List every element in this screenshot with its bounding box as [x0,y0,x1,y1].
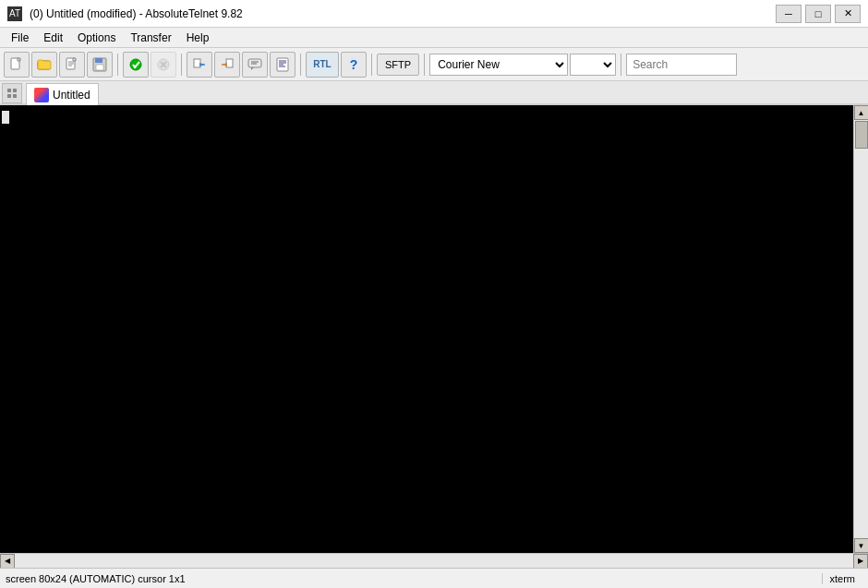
terminal[interactable] [0,105,853,553]
scroll-up-button[interactable]: ▲ [854,105,869,120]
minimize-button[interactable]: ─ [776,5,802,23]
new-button[interactable] [4,52,30,78]
open-folder-button[interactable] [31,52,57,78]
statusbar: screen 80x24 (AUTOMATIC) cursor 1x1 xter… [0,568,868,588]
disconnect-button[interactable] [151,52,176,78]
recv-file-button[interactable] [214,52,240,78]
titlebar: AT (0) Untitled (modified) - AbsoluteTel… [0,0,868,28]
tab-label: Untitled [53,89,90,102]
sep5 [424,54,425,76]
scroll-track-bottom[interactable] [15,554,853,568]
terminal-cursor [2,111,9,124]
size-select[interactable]: 8 10 12 14 [570,54,616,76]
svg-rect-11 [95,58,102,63]
titlebar-title: (0) Untitled (modified) - AbsoluteTelnet… [30,7,243,20]
status-terminal-type: xterm [822,573,863,584]
menubar: File Edit Options Transfer Help [0,28,868,48]
scroll-left-button[interactable]: ◀ [0,554,15,569]
tab-untitled[interactable]: Untitled [26,83,99,105]
svg-rect-12 [96,65,103,70]
menu-transfer[interactable]: Transfer [123,28,178,47]
svg-marker-26 [251,67,254,70]
sftp-button[interactable]: SFTP [377,54,419,76]
sep4 [371,54,372,76]
sep3 [300,54,301,76]
sep1 [117,54,118,76]
font-select[interactable]: Courier New Consolas Lucida Console [429,54,568,76]
tab-icon [34,88,49,102]
svg-rect-34 [7,94,11,98]
svg-rect-17 [194,59,200,67]
main-area: ▲ ▼ [0,105,868,553]
menu-options[interactable]: Options [70,28,123,47]
send-file-button[interactable] [187,52,212,78]
search-input[interactable] [626,54,737,76]
svg-rect-20 [226,59,233,67]
open-file-button[interactable] [59,52,85,78]
tab-switcher[interactable] [2,83,22,103]
scrollbar-bottom[interactable]: ◀ ▶ [0,553,868,568]
sep6 [621,54,621,76]
menu-help[interactable]: Help [179,28,217,47]
rtl-label: RTL [313,59,331,69]
sep2 [181,54,182,76]
scroll-track-right[interactable] [854,120,868,538]
rtl-button[interactable]: RTL [306,52,339,78]
status-text: screen 80x24 (AUTOMATIC) cursor 1x1 [6,573,822,584]
svg-rect-32 [7,89,11,92]
tabbar: Untitled [0,81,868,105]
svg-point-13 [130,59,141,70]
menu-edit[interactable]: Edit [36,28,70,47]
script-button[interactable] [270,52,295,78]
app-icon: AT [7,6,22,21]
chat-button[interactable] [242,52,268,78]
svg-rect-35 [13,94,17,98]
close-button[interactable]: ✕ [835,5,861,23]
maximize-button[interactable]: □ [805,5,831,23]
help-button[interactable]: ? [341,52,367,78]
scroll-right-button[interactable]: ▶ [853,554,868,569]
menu-file[interactable]: File [4,28,36,47]
connect-button[interactable] [123,52,149,78]
scroll-down-button[interactable]: ▼ [854,538,869,553]
scroll-thumb-right[interactable] [855,121,868,149]
svg-rect-33 [13,89,17,92]
save-button[interactable] [87,52,113,78]
toolbar: RTL ? SFTP Courier New Consolas Lucida C… [0,48,868,81]
titlebar-left: AT (0) Untitled (modified) - AbsoluteTel… [7,6,243,21]
titlebar-controls: ─ □ ✕ [776,5,861,23]
scrollbar-right[interactable]: ▲ ▼ [853,105,868,553]
svg-rect-0 [11,58,19,69]
